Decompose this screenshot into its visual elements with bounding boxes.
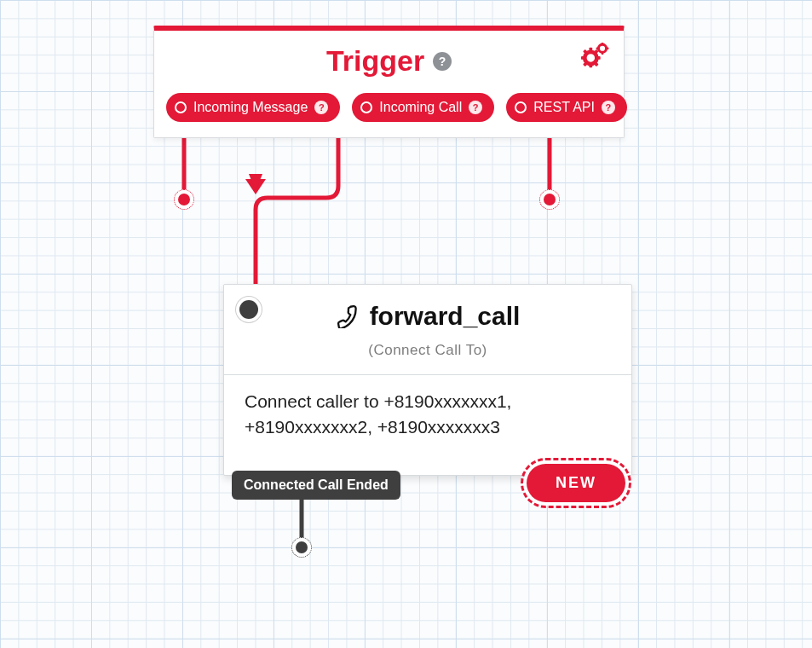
pill-incoming-message[interactable]: Incoming Message ? <box>166 93 340 122</box>
svg-rect-3 <box>589 48 592 52</box>
chip-connected-call-ended[interactable]: Connected Call Ended <box>232 471 400 500</box>
svg-point-2 <box>588 55 595 61</box>
chip-label: NEW <box>556 474 596 492</box>
help-icon[interactable]: ? <box>602 101 615 114</box>
widget-header: forward_call <box>224 285 631 338</box>
port-ring-icon <box>175 101 187 113</box>
trigger-card[interactable]: Trigger ? <box>153 26 625 138</box>
svg-rect-13 <box>596 48 599 49</box>
trigger-header: Trigger ? <box>154 31 624 86</box>
gear-icon[interactable] <box>581 43 610 68</box>
svg-rect-5 <box>581 56 585 60</box>
help-icon[interactable]: ? <box>433 52 452 71</box>
pill-label: Incoming Message <box>193 100 308 115</box>
widget-body-text: Connect caller to +8190xxxxxxx1, +8190xx… <box>224 375 631 475</box>
chip-label: Connected Call Ended <box>244 477 389 493</box>
svg-rect-11 <box>602 43 603 44</box>
svg-marker-0 <box>245 179 266 194</box>
svg-rect-14 <box>606 48 608 49</box>
pill-rest-api[interactable]: REST API ? <box>506 93 627 122</box>
port-ring-icon <box>360 101 372 113</box>
endpoint-connected-call-ended[interactable] <box>291 537 312 558</box>
svg-rect-12 <box>602 52 603 55</box>
port-ring-icon <box>515 101 527 113</box>
phone-icon <box>336 304 360 328</box>
endpoint-rest-api[interactable] <box>539 189 560 210</box>
widget-subtitle: (Connect Call To) <box>224 338 631 374</box>
pill-label: REST API <box>533 100 595 115</box>
help-icon[interactable]: ? <box>469 101 482 114</box>
chip-new[interactable]: NEW <box>527 464 625 502</box>
svg-marker-1 <box>249 174 262 191</box>
trigger-outports: Incoming Message ? Incoming Call ? REST … <box>154 86 624 137</box>
widget-input-port[interactable] <box>239 300 258 319</box>
widget-card-forward-call[interactable]: forward_call (Connect Call To) Connect c… <box>223 284 632 476</box>
svg-rect-4 <box>589 64 592 68</box>
endpoint-incoming-message[interactable] <box>174 189 194 210</box>
help-icon[interactable]: ? <box>314 101 328 114</box>
pill-label: Incoming Call <box>379 100 462 115</box>
pill-incoming-call[interactable]: Incoming Call ? <box>352 93 494 122</box>
widget-title: forward_call <box>370 302 521 331</box>
svg-rect-6 <box>596 56 601 60</box>
trigger-title: Trigger <box>326 44 424 78</box>
